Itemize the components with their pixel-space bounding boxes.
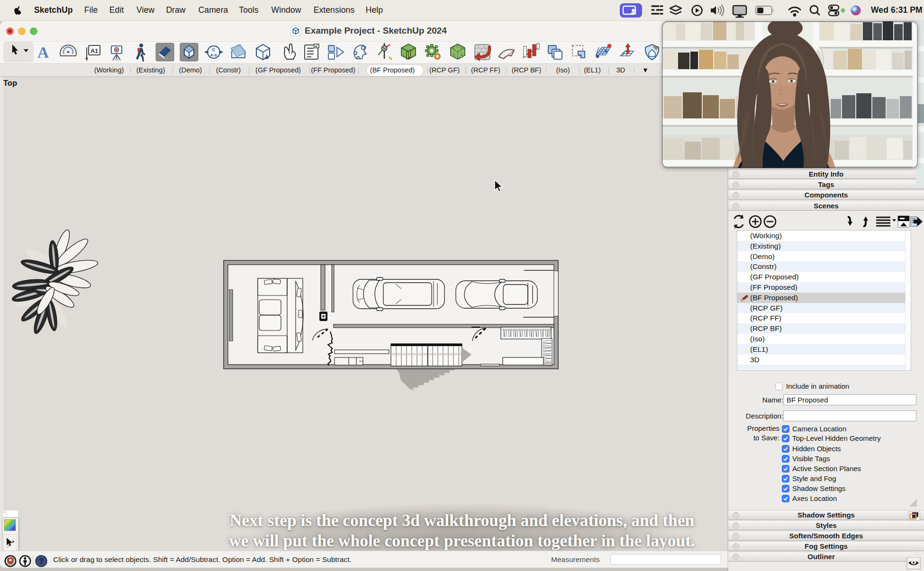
svg-text:C: C [212,47,216,52]
svg-text:A1: A1 [91,47,99,54]
svg-text:A-S: A-S [210,53,217,57]
svg-text:A: A [37,44,49,61]
svg-text:N: N [383,46,386,51]
svg-text:?: ? [39,557,44,566]
